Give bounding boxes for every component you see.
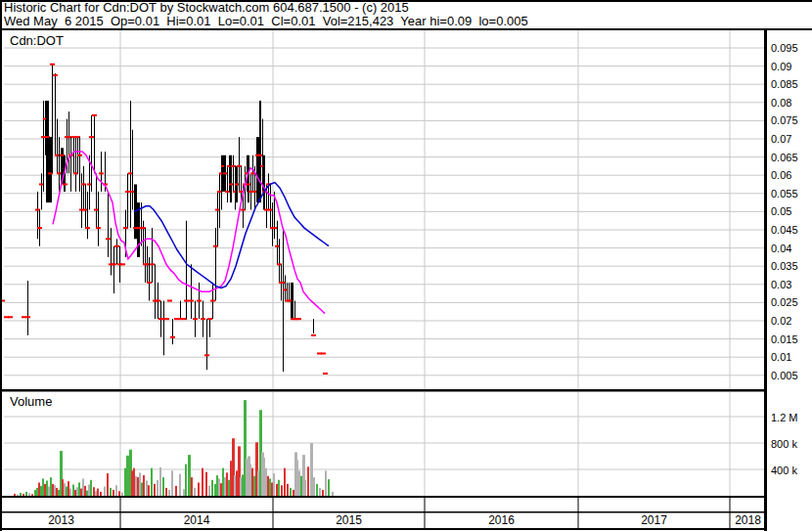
volume-bar bbox=[257, 470, 259, 496]
volume-bar bbox=[121, 493, 123, 496]
volume-bar bbox=[36, 488, 38, 496]
price-bar bbox=[111, 228, 112, 275]
year-label: 2017 bbox=[578, 514, 730, 527]
volume-bar bbox=[191, 477, 193, 496]
close-tick bbox=[167, 300, 172, 302]
volume-axis-label: 400 k bbox=[771, 465, 797, 476]
close-tick bbox=[99, 172, 104, 174]
volume-bar bbox=[228, 480, 230, 496]
volume-bar bbox=[316, 484, 318, 496]
price-bar bbox=[155, 264, 156, 319]
close-tick bbox=[189, 300, 194, 302]
volume-bar bbox=[17, 495, 19, 496]
close-tick bbox=[311, 334, 316, 336]
volume-bar bbox=[230, 461, 232, 496]
price-axis-label: 0.035 bbox=[771, 260, 798, 272]
volume-bar bbox=[208, 486, 210, 496]
volume-bar bbox=[42, 478, 44, 496]
price-bar bbox=[49, 137, 52, 202]
volume-bar bbox=[56, 488, 58, 496]
volume-bar bbox=[265, 468, 267, 496]
price-axis-label: 0.005 bbox=[771, 370, 798, 381]
volume-bar bbox=[240, 477, 242, 496]
price-bar bbox=[98, 192, 99, 246]
volume-baseline bbox=[2, 496, 767, 498]
volume-bar bbox=[332, 492, 334, 496]
price-bar bbox=[163, 301, 164, 356]
price-bar bbox=[206, 319, 207, 370]
price-bar bbox=[289, 283, 290, 301]
close-tick bbox=[50, 64, 55, 66]
volume-bar bbox=[133, 468, 135, 496]
volume-bar bbox=[273, 473, 275, 496]
volume-bar bbox=[31, 494, 33, 496]
close-tick bbox=[150, 263, 155, 265]
volume-bar bbox=[131, 470, 133, 496]
price-bar bbox=[256, 137, 259, 202]
price-bar bbox=[41, 173, 42, 209]
volume-bar bbox=[50, 477, 52, 496]
price-bar bbox=[57, 119, 58, 174]
price-bar bbox=[227, 166, 228, 202]
volume-bar bbox=[157, 480, 158, 496]
price-bar bbox=[233, 155, 234, 192]
price-bar bbox=[221, 155, 222, 210]
close-tick bbox=[321, 352, 326, 354]
price-bar bbox=[239, 137, 240, 192]
volume-bar bbox=[267, 476, 269, 496]
volume-bar bbox=[23, 494, 24, 496]
volume-bar bbox=[226, 472, 228, 496]
volume-bar bbox=[40, 486, 42, 496]
volume-bar bbox=[290, 488, 292, 496]
volume-bar bbox=[296, 461, 298, 496]
volume-bar bbox=[72, 485, 74, 496]
price-bar bbox=[85, 185, 86, 229]
close-tick bbox=[8, 316, 13, 318]
close-tick bbox=[106, 238, 111, 240]
price-axis-label: 0.055 bbox=[771, 188, 798, 199]
price-bar bbox=[27, 281, 28, 335]
volume-bar bbox=[34, 490, 36, 496]
price-bar bbox=[285, 276, 286, 301]
volume-bar bbox=[325, 470, 327, 496]
price-bar bbox=[127, 173, 128, 228]
price-bar bbox=[229, 155, 230, 192]
volume-bar bbox=[179, 474, 181, 496]
volume-bar bbox=[14, 494, 16, 496]
volume-bar bbox=[263, 458, 265, 496]
volume-bar bbox=[284, 468, 286, 496]
close-tick bbox=[147, 282, 152, 284]
volume-bar bbox=[78, 483, 80, 497]
volume-bar bbox=[159, 467, 161, 496]
volume-bar bbox=[68, 481, 69, 496]
year-label: 2016 bbox=[425, 514, 578, 527]
price-bar bbox=[96, 173, 97, 228]
volume-bar bbox=[322, 490, 324, 496]
volume-bar bbox=[151, 468, 153, 496]
price-bar bbox=[313, 319, 314, 333]
volume-bar bbox=[118, 491, 120, 496]
price-axis-label: 0.04 bbox=[771, 243, 791, 254]
close-tick bbox=[296, 318, 301, 320]
volume-bar bbox=[202, 468, 203, 496]
volume-bar bbox=[76, 487, 78, 496]
price-bar bbox=[259, 101, 261, 202]
price-axis-label: 0.08 bbox=[771, 97, 791, 109]
volume-bar bbox=[44, 484, 46, 496]
price-axis-label: 0.025 bbox=[771, 296, 798, 308]
volume-bar bbox=[162, 477, 164, 496]
volume-bar bbox=[185, 465, 187, 496]
volume-bar bbox=[74, 490, 76, 496]
volume-bar bbox=[80, 489, 82, 496]
volume-bar bbox=[86, 491, 88, 496]
bottom-border bbox=[2, 528, 767, 530]
volume-bar bbox=[253, 476, 255, 496]
volume-axis-label: 1.2 M bbox=[771, 412, 798, 423]
close-tick bbox=[25, 316, 30, 318]
price-bar bbox=[191, 264, 192, 319]
price-bar bbox=[262, 119, 263, 192]
price-bar bbox=[43, 101, 44, 192]
volume-bar bbox=[20, 493, 22, 496]
price-axis-label: 0.095 bbox=[771, 42, 798, 54]
close-tick bbox=[77, 155, 82, 156]
